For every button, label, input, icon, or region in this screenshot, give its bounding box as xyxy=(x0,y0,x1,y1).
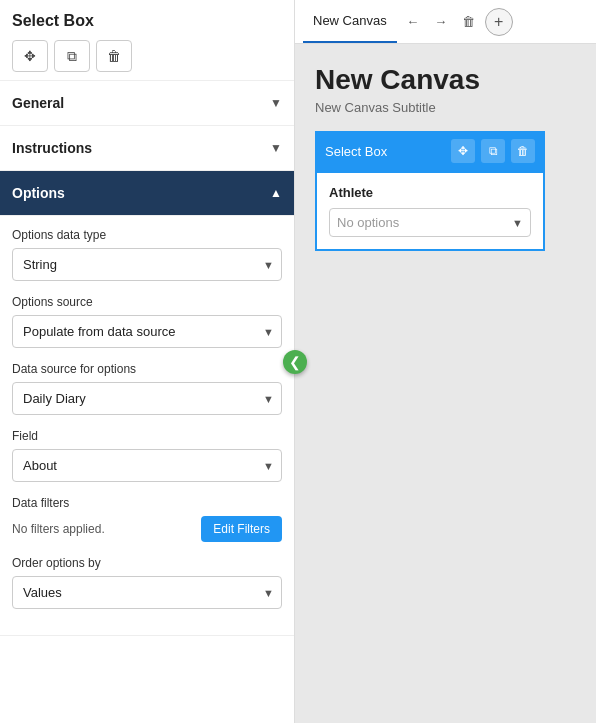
order-select-wrapper: Values Labels ▼ xyxy=(12,576,282,609)
widget-select-wrapper: ▼ No options xyxy=(329,208,531,237)
canvas-subtitle: New Canvas Subtitle xyxy=(315,100,576,115)
canvas-area: New Canvas New Canvas Subtitle Select Bo… xyxy=(295,44,596,723)
tab-back-button[interactable]: ← xyxy=(401,10,425,34)
no-filters-text: No filters applied. xyxy=(12,522,105,536)
general-chevron-icon: ▼ xyxy=(270,96,282,110)
options-chevron-icon: ▲ xyxy=(270,186,282,200)
data-filters-label: Data filters xyxy=(12,496,282,510)
delete-icon: 🗑 xyxy=(107,48,121,64)
instructions-section-label: Instructions xyxy=(12,140,92,156)
options-source-label: Options source xyxy=(12,295,282,309)
data-filters-field: Data filters No filters applied. Edit Fi… xyxy=(12,496,282,542)
data-type-field: Options data type String Number Boolean … xyxy=(12,228,282,281)
delete-button[interactable]: 🗑 xyxy=(96,40,132,72)
instructions-section-header[interactable]: Instructions ▼ xyxy=(0,126,294,171)
copy-button[interactable]: ⧉ xyxy=(54,40,90,72)
data-source-select[interactable]: Daily Diary Other Source xyxy=(12,382,282,415)
field-label: Field xyxy=(12,429,282,443)
widget-select[interactable] xyxy=(329,208,531,237)
options-source-select-wrapper: Populate from data source Manual ▼ xyxy=(12,315,282,348)
tab-actions: ← → 🗑 xyxy=(401,10,481,34)
panel-toggle-button[interactable]: ❮ xyxy=(283,350,307,374)
data-source-field: Data source for options Daily Diary Othe… xyxy=(12,362,282,415)
options-source-select[interactable]: Populate from data source Manual xyxy=(12,315,282,348)
widget-copy-button[interactable]: ⧉ xyxy=(481,139,505,163)
data-type-select-wrapper: String Number Boolean ▼ xyxy=(12,248,282,281)
data-filters-row: No filters applied. Edit Filters xyxy=(12,516,282,542)
add-tab-button[interactable]: + xyxy=(485,8,513,36)
order-select[interactable]: Values Labels xyxy=(12,576,282,609)
data-source-select-wrapper: Daily Diary Other Source ▼ xyxy=(12,382,282,415)
data-source-label: Data source for options xyxy=(12,362,282,376)
widget-field-label: Athlete xyxy=(329,185,531,200)
order-options-label: Order options by xyxy=(12,556,282,570)
widget-delete-button[interactable]: 🗑 xyxy=(511,139,535,163)
move-button[interactable]: ✥ xyxy=(12,40,48,72)
widget-toolbar: Select Box ✥ ⧉ 🗑 xyxy=(315,131,545,171)
order-options-field: Order options by Values Labels ▼ xyxy=(12,556,282,609)
panel-title: Select Box xyxy=(12,12,282,30)
canvas-title: New Canvas xyxy=(315,64,576,96)
widget-toolbar-label: Select Box xyxy=(325,144,445,159)
widget-move-button[interactable]: ✥ xyxy=(451,139,475,163)
canvas-tab[interactable]: New Canvas xyxy=(303,0,397,43)
tab-delete-button[interactable]: 🗑 xyxy=(457,10,481,34)
edit-filters-button[interactable]: Edit Filters xyxy=(201,516,282,542)
select-box-widget: Select Box ✥ ⧉ 🗑 Athlete ▼ No options xyxy=(315,131,545,251)
data-type-label: Options data type xyxy=(12,228,282,242)
options-content: Options data type String Number Boolean … xyxy=(0,216,294,636)
tab-bar: New Canvas ← → 🗑 + xyxy=(295,0,596,44)
toolbar: ✥ ⧉ 🗑 xyxy=(12,40,282,72)
general-section-label: General xyxy=(12,95,64,111)
canvas-tab-label: New Canvas xyxy=(313,13,387,28)
toggle-icon: ❮ xyxy=(289,354,301,370)
field-field: Field About Name ▼ xyxy=(12,429,282,482)
left-panel: Select Box ✥ ⧉ 🗑 General ▼ Instructions … xyxy=(0,0,295,723)
data-type-select[interactable]: String Number Boolean xyxy=(12,248,282,281)
general-section-header[interactable]: General ▼ xyxy=(0,81,294,126)
instructions-chevron-icon: ▼ xyxy=(270,141,282,155)
options-source-field: Options source Populate from data source… xyxy=(12,295,282,348)
options-section-header[interactable]: Options ▲ xyxy=(0,171,294,216)
panel-header: Select Box ✥ ⧉ 🗑 xyxy=(0,0,294,81)
right-panel: New Canvas ← → 🗑 + New Canvas New Canvas… xyxy=(295,0,596,723)
copy-icon: ⧉ xyxy=(67,48,77,65)
tab-forward-button[interactable]: → xyxy=(429,10,453,34)
field-select-wrapper: About Name ▼ xyxy=(12,449,282,482)
widget-body: Athlete ▼ No options xyxy=(315,171,545,251)
widget-select-chevron-icon: ▼ xyxy=(512,217,523,229)
move-icon: ✥ xyxy=(24,48,36,64)
field-select[interactable]: About Name xyxy=(12,449,282,482)
options-section-label: Options xyxy=(12,185,65,201)
